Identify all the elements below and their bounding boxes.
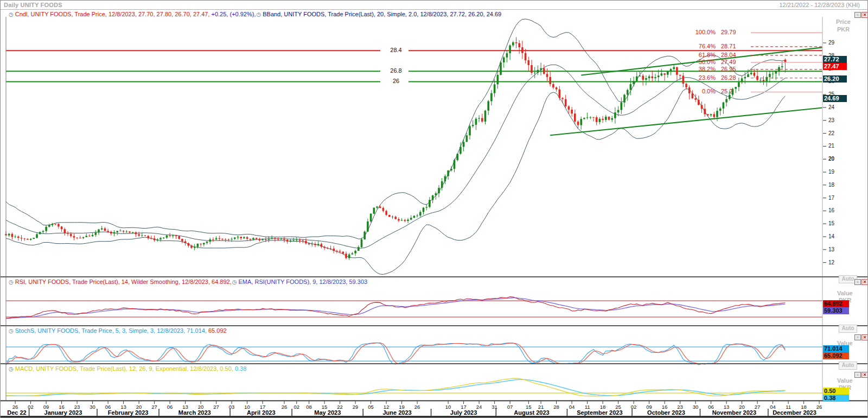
candle-up (352, 254, 354, 255)
candle-up (475, 119, 477, 125)
month-label: August 2023 (514, 409, 549, 416)
price-tick-label: 22 (828, 130, 834, 136)
candle-down (256, 238, 258, 239)
candle-up (487, 101, 489, 110)
level-label: 26 (384, 78, 409, 84)
main-legend[interactable]: ◷Cndl, UNITY FOODS, Trade Price, 12/8/20… (8, 11, 501, 17)
candle-up (14, 237, 16, 237)
main-restore-button[interactable]: ▫ (854, 12, 861, 18)
candle-down (219, 238, 221, 239)
level-label: 28.4 (384, 47, 409, 53)
candle-up (441, 181, 443, 188)
candle-up (132, 232, 134, 233)
candle-down (663, 73, 666, 75)
trendline[interactable] (550, 107, 822, 135)
stoch-close-icon[interactable]: ✕ (861, 334, 868, 340)
candle-up (159, 238, 162, 239)
indicator-collapse-icon[interactable]: ◷ (9, 11, 14, 17)
rsi-auto-button[interactable]: Auto (839, 325, 857, 333)
candle-up (209, 239, 211, 242)
fib-price: 28.71 (721, 43, 746, 49)
rsi-legend[interactable]: ◷RSI, UNITY FOODS, Trade Price(Last), 14… (8, 278, 367, 285)
candle-down (259, 239, 261, 240)
candle-up (497, 75, 499, 84)
price-value-box: 26.20 (823, 75, 847, 83)
candle-up (119, 231, 122, 231)
macd-restore-button[interactable]: ▫ (854, 372, 861, 378)
candle-up (673, 67, 675, 69)
candle-down (404, 220, 406, 221)
candle-down (565, 99, 567, 106)
month-label: May 2023 (314, 409, 341, 416)
date-tick-label: 02 (294, 404, 300, 410)
candle-up (42, 231, 44, 232)
candle-up (627, 90, 629, 95)
indicator-collapse-icon[interactable]: ◷ (9, 328, 14, 334)
stoch-auto-button[interactable]: Auto (839, 362, 857, 370)
date-tick-label: 08 (306, 404, 312, 410)
date-tick-label: 04 (569, 404, 575, 410)
stoch-legend[interactable]: ◷StochS, UNITY FOODS, Trade Price, 5, 3,… (8, 327, 227, 334)
indicator-collapse-icon[interactable]: ◷ (9, 279, 14, 285)
macd-close-icon[interactable]: ✕ (861, 372, 868, 378)
legend-text: EMA, RSI(UNITY FOODS), 9, 12/8/2023, 59.… (239, 278, 368, 285)
candle-up (407, 220, 409, 221)
legend-text: MACD, UNITY FOODS, Trade Price(Last), 12… (15, 365, 233, 372)
candle-down (559, 90, 561, 98)
candle-up (268, 239, 270, 240)
candle-up (512, 42, 514, 46)
stoch-restore-button[interactable]: ▫ (854, 334, 861, 340)
date-tick-label: 24 (476, 404, 482, 410)
candle-up (261, 239, 264, 240)
candle-down (277, 239, 279, 239)
candle-up (410, 218, 412, 219)
rsi-restore-button[interactable]: ▫ (854, 279, 861, 285)
candle-down (181, 239, 183, 241)
candle-down (302, 240, 304, 241)
candle-down (129, 231, 131, 232)
fib-label: 50.0%27.49 (688, 59, 746, 65)
candle-down (250, 239, 252, 239)
candle-up (373, 208, 375, 214)
macd-legend[interactable]: ◷MACD, UNITY FOODS, Trade Price(Last), 1… (8, 365, 246, 372)
indicator-collapse-icon[interactable]: ◷ (9, 366, 14, 372)
window-bottom-edge (1, 416, 868, 418)
candle-down (481, 118, 483, 122)
candle-up (503, 58, 505, 62)
main-close-icon[interactable]: ✕ (861, 12, 868, 18)
candle-down (169, 236, 171, 236)
candle-down (327, 248, 329, 249)
separator-stoch-macd[interactable] (1, 363, 868, 364)
candle-up (48, 225, 50, 227)
candle-down (521, 47, 524, 53)
month-label: November 2023 (712, 409, 756, 416)
price-tick-label: 16 (828, 207, 834, 213)
candle-down (283, 239, 285, 240)
candle-down (308, 243, 310, 244)
candle-up (769, 74, 771, 77)
separator-macd-axis[interactable] (1, 400, 868, 401)
fib-percent: 50.0% (688, 59, 716, 65)
separator-main-rsi[interactable] (1, 276, 868, 277)
stoch-d-line (6, 343, 785, 365)
price-tick-label: 24 (828, 104, 834, 110)
fib-price: 28.04 (721, 52, 746, 58)
candle-up (157, 239, 159, 240)
rsi-close-icon[interactable]: ✕ (861, 279, 868, 285)
candle-up (747, 74, 749, 77)
candle-up (311, 244, 314, 244)
date-tick-label: 27 (151, 404, 157, 410)
bollinger-middle-band (6, 65, 785, 248)
candle-down (652, 77, 654, 78)
fib-label: 0.0%25.2 (688, 88, 746, 94)
indicator-collapse-icon[interactable]: ◷ (232, 279, 237, 285)
separator-rsi-stoch[interactable] (1, 325, 868, 326)
candle-down (602, 119, 604, 120)
month-label: July 2023 (450, 409, 477, 416)
candle-up (194, 247, 196, 248)
fib-percent: 23.6% (688, 74, 716, 81)
indicator-collapse-icon[interactable]: ◷ (256, 11, 261, 17)
candle-down (679, 75, 681, 76)
candle-up (661, 73, 663, 75)
candle-up (95, 232, 97, 235)
